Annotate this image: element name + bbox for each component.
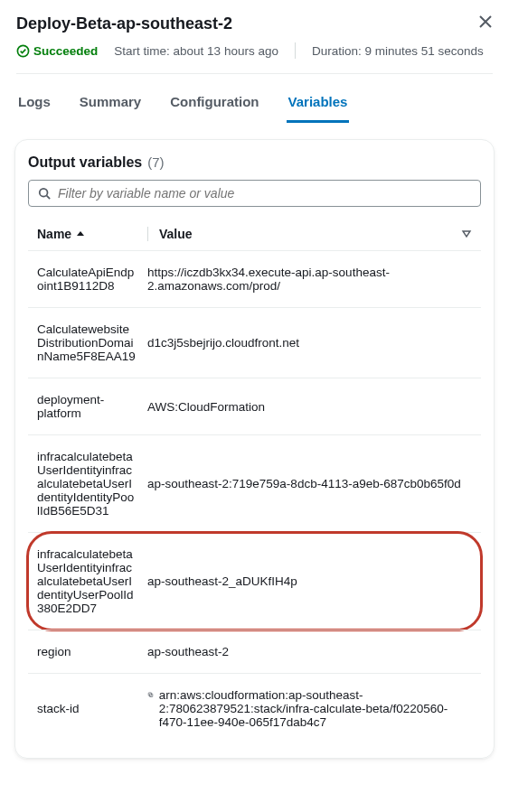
sort-asc-icon <box>75 229 86 239</box>
tab-variables[interactable]: Variables <box>287 87 350 123</box>
status-label: Succeeded <box>33 44 98 58</box>
variable-name: stack-id <box>37 702 147 715</box>
table-row: CalculatewebsiteDistributionDomainName5F… <box>28 307 481 378</box>
variable-value: ap-southeast-2:719e759a-8dcb-4113-a9eb-6… <box>147 477 472 490</box>
table-row: stack-idarn:aws:cloudformation:ap-southe… <box>28 673 481 743</box>
filter-box[interactable] <box>28 180 481 207</box>
column-header-name[interactable]: Name <box>37 227 147 241</box>
close-icon[interactable] <box>478 14 493 29</box>
divider <box>295 42 296 59</box>
filter-icon <box>461 229 472 239</box>
table-row: deployment-platformAWS:CloudFormation <box>28 378 481 434</box>
table-body: CalculateApiEndpoint1B9112D8https://iczd… <box>28 250 481 743</box>
column-header-value[interactable]: Value <box>159 227 472 241</box>
variable-value: ap-southeast-2 <box>147 645 472 658</box>
output-variables-card: Output variables (7) Name Value Calculat… <box>14 139 495 759</box>
start-time-label: Start time: <box>114 44 170 58</box>
column-value-label: Value <box>159 227 193 241</box>
variable-value: arn:aws:cloudformation:ap-southeast-2:78… <box>147 688 472 729</box>
variable-name: CalculatewebsiteDistributionDomainName5F… <box>37 322 147 363</box>
card-title: Output variables <box>28 154 142 171</box>
status-badge: Succeeded <box>16 44 98 58</box>
start-time: Start time: about 13 hours ago <box>114 44 278 58</box>
table-row: CalculateApiEndpoint1B9112D8https://iczd… <box>28 250 481 307</box>
start-time-value: about 13 hours ago <box>174 44 278 58</box>
tabs: Logs Summary Configuration Variables <box>0 87 509 123</box>
variable-name: deployment-platform <box>37 393 147 420</box>
success-icon <box>16 44 30 58</box>
search-icon <box>38 187 51 200</box>
divider <box>147 227 148 241</box>
variable-name: infracalculatebetaUserIdentityinfracalcu… <box>37 547 147 615</box>
table-header: Name Value <box>28 214 481 250</box>
variable-value-text: arn:aws:cloudformation:ap-southeast-2:78… <box>159 688 472 729</box>
tab-logs[interactable]: Logs <box>16 87 52 123</box>
variable-value: AWS:CloudFormation <box>147 400 472 414</box>
variable-name: infracalculatebetaUserIdentityinfracalcu… <box>37 450 147 518</box>
filter-input[interactable] <box>58 186 471 201</box>
svg-rect-2 <box>148 693 151 695</box>
tab-summary[interactable]: Summary <box>78 87 143 123</box>
variable-value: https://iczdb3kx34.execute-api.ap-southe… <box>147 266 472 293</box>
variable-value: ap-southeast-2_aDUKfIH4p <box>147 574 472 588</box>
column-name-label: Name <box>37 227 71 241</box>
duration-value: 9 minutes 51 seconds <box>364 44 483 58</box>
copy-icon[interactable] <box>147 688 154 701</box>
svg-point-1 <box>40 189 48 197</box>
duration: Duration: 9 minutes 51 seconds <box>312 44 484 58</box>
variable-count: (7) <box>147 154 164 170</box>
variable-name: region <box>37 645 147 658</box>
variable-name: CalculateApiEndpoint1B9112D8 <box>37 266 147 293</box>
table-row: infracalculatebetaUserIdentityinfracalcu… <box>28 434 481 532</box>
page-title: Deploy-Beta-ap-southeast-2 <box>16 14 232 33</box>
variable-value: d1c3j5sbejrijo.cloudfront.net <box>147 336 472 350</box>
duration-label: Duration: <box>312 44 362 58</box>
table-row: infracalculatebetaUserIdentityinfracalcu… <box>28 532 481 630</box>
table-row: regionap-southeast-2 <box>28 630 481 673</box>
svg-rect-3 <box>149 694 152 696</box>
tab-configuration[interactable]: Configuration <box>168 87 260 123</box>
